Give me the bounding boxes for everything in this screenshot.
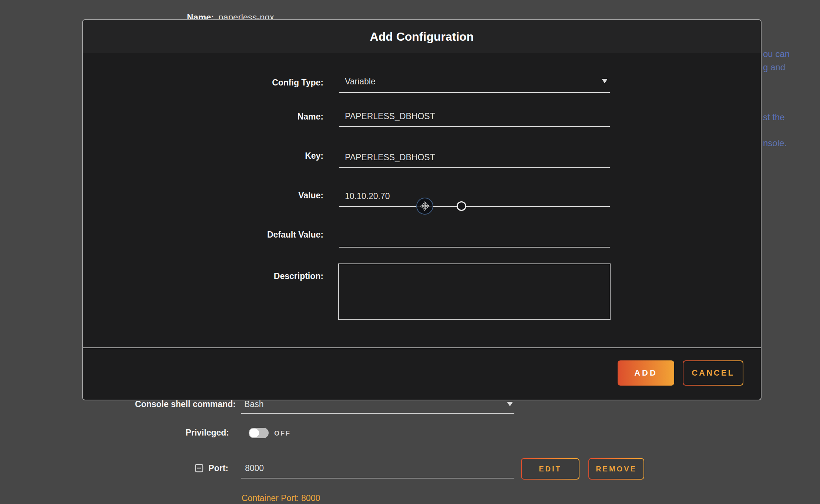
dialog-header: Add Configuration xyxy=(83,20,761,53)
move-cursor-icon xyxy=(416,198,433,215)
add-button[interactable]: ADD xyxy=(618,360,674,386)
key-label: Key: xyxy=(168,151,323,161)
dialog-title: Add Configuration xyxy=(370,30,474,44)
console-shell-underline xyxy=(241,413,514,414)
description-label: Description: xyxy=(168,271,323,281)
console-shell-label: Console shell command: xyxy=(80,399,236,409)
remove-port-button[interactable]: REMOVE xyxy=(588,458,644,480)
default-value-input[interactable] xyxy=(339,229,610,248)
name-label: Name: xyxy=(168,112,323,122)
privileged-toggle[interactable] xyxy=(249,428,269,438)
clipped-help-text-line: nsole. xyxy=(763,138,787,148)
config-type-selected-value: Variable xyxy=(345,77,376,87)
chevron-down-icon xyxy=(602,79,608,83)
description-textarea[interactable] xyxy=(338,263,611,320)
footer-divider xyxy=(83,347,761,348)
console-shell-value[interactable]: Bash xyxy=(244,399,263,409)
value-input[interactable] xyxy=(339,188,610,207)
config-type-label: Config Type: xyxy=(168,78,323,88)
privileged-state-text: OFF xyxy=(274,430,291,437)
key-input[interactable] xyxy=(339,149,610,168)
toggle-knob xyxy=(249,429,259,437)
port-value[interactable]: 8000 xyxy=(245,463,264,473)
edit-port-button[interactable]: EDIT xyxy=(521,458,579,480)
screen: Name: paperless-ngx ou can g and st the … xyxy=(0,0,820,504)
name-input[interactable] xyxy=(339,108,610,127)
privileged-label: Privileged: xyxy=(74,428,229,438)
clipped-help-text-line: g and xyxy=(763,62,785,73)
value-label: Value: xyxy=(168,191,323,201)
cancel-button[interactable]: CANCEL xyxy=(683,360,743,386)
click-indicator-circle xyxy=(457,201,466,211)
clipped-help-text-line: st the xyxy=(763,112,785,122)
chevron-down-icon[interactable] xyxy=(507,402,513,406)
port-underline xyxy=(241,478,514,478)
clipped-help-text-line: ou can xyxy=(763,49,790,59)
port-label: Port: xyxy=(73,463,228,473)
default-value-label: Default Value: xyxy=(168,230,323,240)
container-port-text: Container Port: 8000 xyxy=(242,493,320,503)
config-type-select[interactable]: Variable xyxy=(339,74,610,93)
